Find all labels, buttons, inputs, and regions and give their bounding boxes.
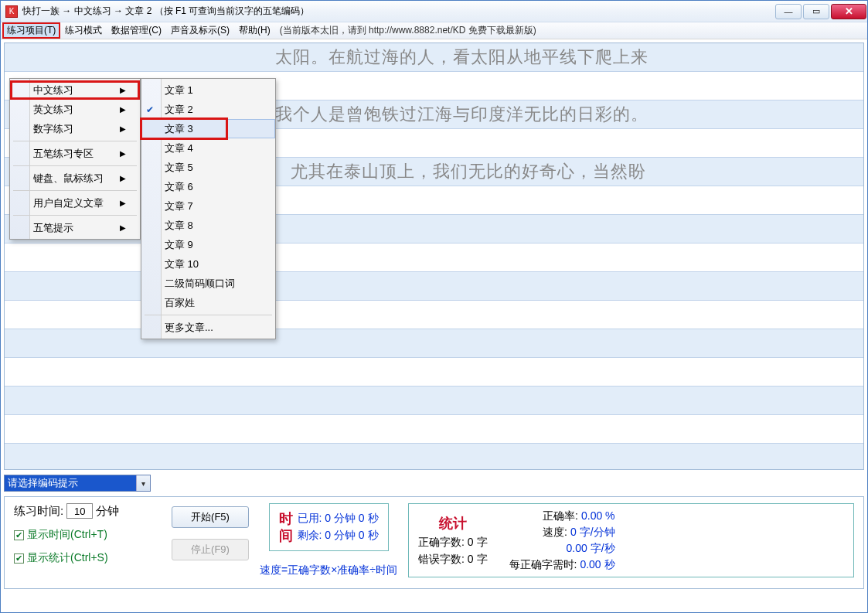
close-button[interactable]: ✕: [831, 4, 866, 19]
lesson-line-1: 太阳。在航过海的人，看太阳从地平线下爬上来: [5, 43, 863, 72]
chevron-right-icon: ▶: [120, 199, 126, 207]
menu2-more[interactable]: 更多文章...: [141, 318, 275, 337]
chevron-right-icon: ▶: [120, 223, 126, 232]
lesson-blank-4: [5, 387, 863, 415]
menu-sound[interactable]: 声音及标示(S): [166, 22, 234, 39]
minimize-button[interactable]: —: [775, 4, 802, 19]
version-info: (当前版本太旧，请到 http://www.8882.net/KD 免费下载最新…: [280, 24, 536, 37]
maximize-button[interactable]: ▭: [803, 4, 829, 19]
menu2-article-5[interactable]: 文章 5: [141, 158, 275, 177]
menu1-item-chinese[interactable]: 中文练习▶: [10, 80, 140, 100]
stats-right: 正确率:0.00 % 速度:0 字/分钟 0.00 字/秒 每正确字需时:0.0…: [509, 509, 615, 572]
menu-data[interactable]: 数据管理(C): [107, 22, 166, 39]
lesson-blank-3b: [5, 358, 863, 387]
checkbox-icon: ✔: [14, 530, 24, 540]
menu-separator: [145, 315, 272, 315]
lesson-blank-2: [5, 272, 863, 301]
app-window: K 快打一族 → 中文练习 → 文章 2 （按 F1 可查询当前汉字的五笔编码）…: [0, 0, 868, 613]
checkbox-icon: ✔: [14, 553, 24, 564]
stats-box: 统计 正确字数: 0 字 错误字数: 0 字 正确率:0.00 % 速度:0 字…: [408, 503, 854, 577]
chevron-right-icon: ▶: [120, 124, 126, 133]
check-icon: ✔: [146, 104, 154, 115]
menu-mode[interactable]: 练习模式: [60, 22, 107, 39]
action-buttons: 开始(F5) 停止(F9): [172, 503, 249, 560]
formula-text: 速度=正确字数×准确率÷时间: [260, 564, 397, 577]
chevron-right-icon: ▶: [120, 149, 126, 158]
practice-time-input[interactable]: [66, 503, 93, 519]
time-label: 时 间: [279, 509, 293, 546]
stop-button: 停止(F9): [172, 539, 249, 560]
chevron-right-icon: ▶: [120, 86, 126, 94]
chevron-right-icon: ▶: [120, 105, 126, 114]
lesson-blank-3: [5, 329, 863, 358]
chevron-right-icon: ▶: [120, 174, 126, 182]
show-stats-checkbox[interactable]: ✔ 显示统计(Ctrl+S): [14, 551, 161, 565]
menu1-item-number[interactable]: 数字练习▶: [10, 119, 140, 138]
menu-separator: [13, 141, 137, 141]
practice-menu-popup: 中文练习▶ 英文练习▶ 数字练习▶ 五笔练习专区▶ 键盘、鼠标练习▶ 用户自定义…: [9, 78, 141, 240]
menu2-simplecode[interactable]: 二级简码顺口词: [141, 274, 275, 293]
menu1-item-wubi-zone[interactable]: 五笔练习专区▶: [10, 144, 140, 163]
menu-separator: [13, 190, 137, 191]
lesson-blank-1b: [5, 243, 863, 272]
app-icon: K: [5, 5, 18, 18]
menu2-baijiaxing[interactable]: 百家姓: [141, 293, 275, 312]
menu1-item-keyboard[interactable]: 键盘、鼠标练习▶: [10, 169, 140, 188]
hint-bar: 请选择编码提示 ▾: [4, 475, 864, 492]
menu2-article-9[interactable]: 文章 9: [141, 235, 275, 254]
content-area: 太阳。在航过海的人，看太阳从地平线下爬上来 我个人是曾饱铁过江海与印度洋无比的日…: [1, 39, 867, 612]
bottom-bar: 练习时间: 分钟 ✔ 显示时间(Ctrl+T) ✔ 显示统计(Ctrl+S) 开…: [4, 496, 864, 589]
time-panel: 时 间 已用: 0 分钟 0 秒 剩余: 0 分钟 0 秒 速度=正确字数×准确…: [260, 503, 397, 577]
menu-separator: [13, 215, 137, 216]
start-button[interactable]: 开始(F5): [172, 506, 249, 528]
lesson-blank-5: [5, 444, 863, 470]
left-controls: 练习时间: 分钟 ✔ 显示时间(Ctrl+T) ✔ 显示统计(Ctrl+S): [14, 503, 161, 565]
menu-separator: [13, 165, 137, 166]
window-controls: — ▭ ✕: [774, 4, 867, 19]
time-box: 时 间 已用: 0 分钟 0 秒 剩余: 0 分钟 0 秒: [269, 503, 389, 551]
show-time-checkbox[interactable]: ✔ 显示时间(Ctrl+T): [14, 528, 161, 542]
menu1-item-custom[interactable]: 用户自定义文章▶: [10, 193, 140, 213]
chinese-articles-submenu: 文章 1 ✔文章 2 文章 3 文章 4 文章 5 文章 6 文章 7 文章 8…: [141, 78, 276, 339]
menu2-article-1[interactable]: 文章 1: [141, 80, 275, 100]
menu2-article-6[interactable]: 文章 6: [141, 177, 275, 196]
titlebar: K 快打一族 → 中文练习 → 文章 2 （按 F1 可查询当前汉字的五笔编码）…: [1, 1, 867, 22]
menu1-item-english[interactable]: 英文练习▶: [10, 100, 140, 119]
window-title: 快打一族 → 中文练习 → 文章 2 （按 F1 可查询当前汉字的五笔编码）: [22, 5, 309, 18]
lesson-blank-2b: [5, 301, 863, 329]
menu2-article-8[interactable]: 文章 8: [141, 216, 275, 235]
stats-header: 统计: [439, 514, 467, 533]
time-values: 已用: 0 分钟 0 秒 剩余: 0 分钟 0 秒: [298, 509, 379, 546]
dropdown-selected: 请选择编码提示: [5, 475, 136, 491]
error-chars: 错误字数: 0 字: [418, 553, 487, 567]
menu2-article-10[interactable]: 文章 10: [141, 254, 275, 274]
menu2-article-3[interactable]: 文章 3: [141, 119, 275, 138]
menubar: 练习项目(T) 练习模式 数据管理(C) 声音及标示(S) 帮助(H) (当前版…: [1, 22, 867, 39]
menu2-article-4[interactable]: 文章 4: [141, 138, 275, 158]
encoding-hint-dropdown[interactable]: 请选择编码提示 ▾: [4, 475, 151, 492]
lesson-blank-4b: [5, 415, 863, 444]
chevron-down-icon: ▾: [136, 475, 150, 491]
practice-time-field: 练习时间: 分钟: [14, 503, 161, 519]
menu-help[interactable]: 帮助(H): [234, 22, 275, 39]
menu2-article-7[interactable]: 文章 7: [141, 196, 275, 216]
stats-left: 统计 正确字数: 0 字 错误字数: 0 字: [418, 509, 487, 572]
correct-chars: 正确字数: 0 字: [418, 536, 487, 550]
menu2-article-2[interactable]: ✔文章 2: [141, 100, 275, 119]
menu-practice[interactable]: 练习项目(T): [2, 22, 60, 39]
menu1-item-wubi-hint[interactable]: 五笔提示▶: [10, 218, 140, 237]
